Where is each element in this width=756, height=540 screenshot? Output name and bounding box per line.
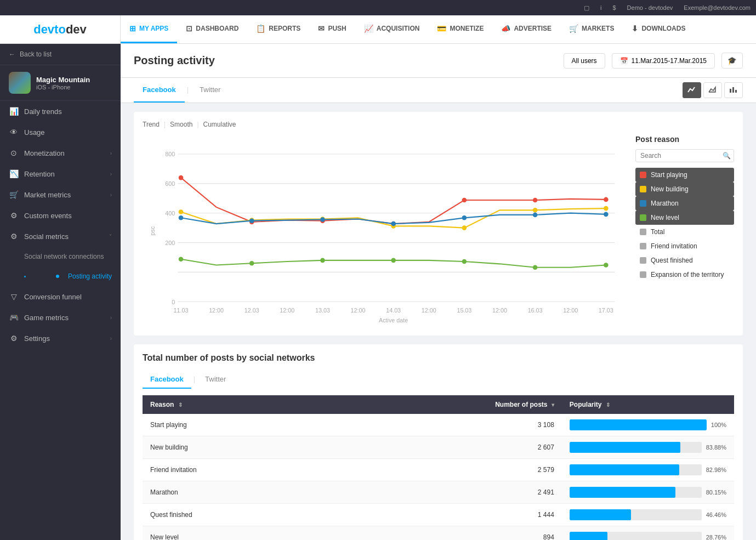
chevron-right-icon: › (110, 171, 112, 177)
svg-point-46 (391, 221, 396, 226)
dollar-icon: $ (612, 4, 616, 11)
legend-item-quest-finished[interactable]: Quest finished (635, 253, 734, 268)
svg-text:12:00: 12:00 (280, 307, 294, 314)
svg-point-33 (462, 198, 467, 203)
table-tab-twitter[interactable]: Twitter (197, 371, 234, 389)
svg-text:12:00: 12:00 (563, 307, 578, 314)
tab-facebook[interactable]: Facebook (134, 78, 185, 103)
conversion-label: Conversion funnel (24, 293, 82, 301)
post-reason-panel: Post reason 🔍 Start playing New building (635, 135, 734, 327)
cell-reason: Marathon (143, 481, 333, 504)
cumulative-button[interactable]: Cumulative (203, 121, 236, 128)
nav-logo: devtodev (0, 15, 121, 43)
game-metrics-label: Game metrics (24, 314, 69, 322)
svg-rect-1 (732, 87, 734, 93)
legend-item-start-playing[interactable]: Start playing (635, 168, 734, 182)
nav-item-reports[interactable]: 📋 REPORTS (247, 15, 309, 43)
nav-items: ⊞ MY APPS ⊡ DASHBOARD 📋 REPORTS ✉ PUSH 📈… (121, 15, 694, 43)
cell-reason: Start playing (143, 414, 333, 436)
demo-label[interactable]: Demo - devtodev (627, 4, 673, 11)
svg-text:15.03: 15.03 (457, 307, 471, 314)
extra-options-button[interactable]: 🎓 (721, 53, 743, 69)
table-row: Start playing 3 108 100% (143, 414, 734, 436)
svg-point-55 (533, 265, 538, 270)
retention-label: Retention (24, 170, 55, 178)
svg-point-36 (179, 209, 184, 214)
nav-item-acquisition[interactable]: 📈 ACQUISITION (355, 15, 429, 43)
app-platform: iOS - iPhone (36, 84, 90, 90)
sidebar-item-monetization[interactable]: ⊙Monetization › (0, 143, 121, 163)
legend-item-marathon[interactable]: Marathon (635, 196, 734, 211)
social-metrics-label: Social metrics (24, 232, 69, 241)
sidebar-item-conversion-funnel[interactable]: ▽Conversion funnel (0, 286, 121, 307)
date-range-button[interactable]: 📅 11.Mar.2015-17.Mar.2015 (612, 53, 715, 69)
sidebar-item-custom-events[interactable]: ⚙Custom events (0, 205, 121, 226)
sidebar-item-daily-trends[interactable]: 📊Daily trends (0, 101, 121, 122)
sidebar-item-social-network[interactable]: Social network connections (0, 247, 121, 266)
bar-chart-button[interactable] (724, 82, 743, 98)
smooth-button[interactable]: Smooth (170, 121, 192, 128)
cell-popularity: 100% (562, 414, 734, 436)
sidebar-menu: 📊Daily trends 👁Usage ⊙Monetization › 📉Re… (0, 101, 121, 540)
app-icon (9, 72, 31, 94)
legend-item-new-building[interactable]: New building (635, 182, 734, 196)
legend-search[interactable]: 🔍 (635, 149, 734, 162)
date-range-label: 11.Mar.2015-17.Mar.2015 (632, 57, 707, 65)
nav-bar: devtodev ⊞ MY APPS ⊡ DASHBOARD 📋 REPORTS… (0, 15, 756, 44)
legend-item-total[interactable]: Total (635, 225, 734, 239)
posting-activity-label: Posting activity (68, 272, 112, 280)
sidebar-item-game-metrics[interactable]: 🎮Game metrics › (0, 307, 121, 328)
nav-item-downloads[interactable]: ⬇ DOWNLOADS (623, 15, 694, 43)
legend-item-expansion[interactable]: Expansion of the territory (635, 268, 734, 282)
legend-item-new-level[interactable]: New level (635, 211, 734, 225)
sort-popularity-icon: ⇕ (606, 402, 610, 408)
nav-item-my-apps[interactable]: ⊞ MY APPS (121, 15, 177, 43)
nav-item-monetize[interactable]: 💳 MONETIZE (428, 15, 492, 43)
sidebar-item-settings[interactable]: ⚙Settings › (0, 328, 121, 349)
cell-posts: 3 108 (333, 414, 562, 436)
calendar-icon: 📅 (620, 57, 628, 65)
monetization-label: Monetization (24, 149, 65, 157)
sidebar-item-usage[interactable]: 👁Usage (0, 122, 121, 143)
svg-point-44 (249, 218, 254, 223)
svg-text:14.03: 14.03 (386, 307, 401, 314)
sidebar: ← Back to list Magic Mountain iOS - iPho… (0, 44, 121, 540)
popularity-pct: 46.46% (706, 511, 726, 518)
cell-popularity: 46.46% (562, 504, 734, 526)
table-tab-facebook[interactable]: Facebook (143, 371, 191, 389)
nav-item-push[interactable]: ✉ PUSH (309, 15, 355, 43)
svg-point-50 (179, 257, 184, 262)
popularity-bar-bg (570, 442, 702, 453)
main-layout: ← Back to list Magic Mountain iOS - iPho… (0, 44, 756, 540)
popularity-pct: 82.98% (706, 467, 726, 473)
nav-item-markets[interactable]: 🛒 MARKETS (560, 15, 623, 43)
game-metrics-icon: 🎮 (9, 313, 19, 322)
nav-item-dashboard[interactable]: ⊡ DASHBOARD (177, 15, 247, 43)
all-users-button[interactable]: All users (564, 53, 605, 69)
tab-twitter[interactable]: Twitter (191, 78, 229, 103)
table-section-title: Total number of posts by social networks (143, 353, 734, 363)
col-posts[interactable]: Number of posts ▾ (333, 395, 562, 414)
advertise-icon: 📣 (501, 24, 510, 33)
trend-button[interactable]: Trend (143, 121, 160, 128)
sidebar-item-posting-activity[interactable]: Posting activity (0, 266, 121, 286)
svg-point-56 (604, 263, 609, 268)
user-label[interactable]: Exemple@devtodev.com (684, 4, 751, 11)
search-input[interactable] (640, 152, 723, 160)
nav-item-advertise[interactable]: 📣 ADVERTISE (492, 15, 560, 43)
start-playing-label: Start playing (651, 171, 687, 179)
expansion-label: Expansion of the territory (651, 271, 724, 278)
col-reason[interactable]: Reason ⇕ (143, 395, 333, 414)
legend-item-friend-invitation[interactable]: Friend invitation (635, 239, 734, 253)
usage-label: Usage (24, 128, 45, 137)
sidebar-item-retention[interactable]: 📉Retention › (0, 163, 121, 184)
back-to-list[interactable]: ← Back to list (0, 44, 121, 65)
col-popularity[interactable]: Popularity ⇕ (562, 395, 734, 414)
sidebar-item-social-metrics[interactable]: ⚙Social metrics ˅ (0, 226, 121, 247)
popularity-pct: 100% (711, 422, 726, 428)
line-chart-button[interactable] (683, 82, 701, 98)
sidebar-item-market-metrics[interactable]: 🛒Market metrics › (0, 184, 121, 205)
area-chart-button[interactable] (703, 82, 722, 98)
chart-tabs: Facebook | Twitter (134, 78, 229, 103)
svg-point-40 (462, 225, 467, 230)
